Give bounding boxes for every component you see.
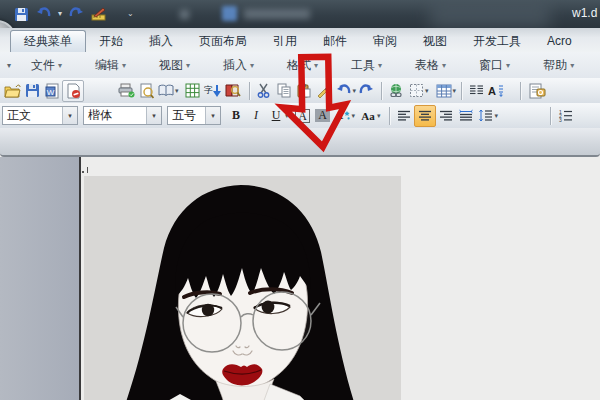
save-icon[interactable] [12,5,30,23]
portrait-picture[interactable] [84,176,401,400]
document-canvas-margin [0,157,79,400]
toolbar-separator [381,82,383,100]
chevron-down-icon: ▾ [442,61,446,70]
menu-file[interactable]: 文件▾ [31,57,62,74]
line-spacing-icon[interactable] [476,106,496,126]
print-preview-icon[interactable] [136,81,156,101]
change-case-dropdown-icon[interactable]: ▾ [377,112,381,120]
tab-developer[interactable]: 开发工具 [460,30,534,52]
chevron-down-icon[interactable]: ▾ [146,107,161,124]
tab-insert[interactable]: 插入 [136,30,186,52]
chevron-down-icon: ▾ [186,61,190,70]
style-combobox[interactable]: 正文 ▾ [2,106,78,125]
tab-view[interactable]: 视图 [410,30,460,52]
underline-dropdown-icon[interactable]: ▾ [285,112,289,120]
cut-icon[interactable] [254,81,274,101]
read-mode-icon[interactable] [156,81,176,101]
grid-setup-icon[interactable] [183,81,203,101]
copy-icon[interactable] [274,81,294,101]
print-icon[interactable] [116,81,136,101]
char-shading-button[interactable]: A [313,106,333,126]
document-search-icon[interactable] [527,81,547,101]
ribbon-bottom-strip [0,128,600,157]
menu-insert[interactable]: 插入▾ [223,57,254,74]
italic-button[interactable]: I [246,106,266,126]
redo-icon[interactable] [67,5,85,23]
draw-table-icon[interactable] [90,5,108,23]
distribute-icon[interactable] [456,106,476,126]
document-area [0,157,600,400]
chevron-down-icon: ▾ [58,61,62,70]
columns-icon[interactable] [466,81,486,101]
tab-home[interactable]: 开始 [86,30,136,52]
numbering-icon[interactable]: 123 [555,106,575,126]
undo-icon[interactable] [35,5,53,23]
tab-classic-menu[interactable]: 经典菜单 [10,30,86,52]
menu-tools[interactable]: 工具▾ [351,57,382,74]
tab-mailings[interactable]: 邮件 [310,30,360,52]
font-combobox[interactable]: 楷体 ▾ [83,106,162,125]
menu-view[interactable]: 视图▾ [159,57,190,74]
toolbar-separator [249,82,251,100]
chevron-down-icon: ▾ [378,61,382,70]
tab-acrobat[interactable]: Acro [534,30,585,52]
toolbar-separator [389,107,391,125]
text-effects-button[interactable]: A [333,106,353,126]
titlebar-blur-icon [222,6,237,21]
bold-button[interactable]: B [226,106,246,126]
toolbar-separator [461,82,463,100]
text-effects-dropdown-icon[interactable]: ▾ [352,112,356,120]
tab-page-layout[interactable]: 页面布局 [186,30,260,52]
titlebar-blur-text [244,9,310,19]
open-icon[interactable] [2,81,22,101]
menu-edit[interactable]: 编辑▾ [95,57,126,74]
hyperlink-icon[interactable] [386,81,406,101]
insert-table-dropdown-icon[interactable]: ▾ [453,87,457,95]
document-title: w1.d [572,6,597,20]
borders-icon[interactable] [406,81,426,101]
svg-text:A: A [488,85,496,97]
line-spacing-dropdown-icon[interactable]: ▾ [495,112,499,120]
format-painter-icon[interactable] [314,81,334,101]
chevron-down-icon: ▾ [122,61,126,70]
align-left-icon[interactable] [394,106,414,126]
customize-toolbar-icon[interactable]: ⌄ [127,10,134,18]
borders-dropdown-icon[interactable]: ▾ [425,87,429,95]
chevron-down-icon[interactable]: ▾ [62,107,77,124]
align-center-icon[interactable] [414,105,436,127]
permission-restrict-icon[interactable] [62,80,84,102]
standard-toolbar: W ▾ 字 [0,78,600,103]
toolbar-separator [550,107,552,125]
font-size-combobox[interactable]: 五号 ▾ [167,106,221,125]
word-application-window: ▾ ⌄ w1.d 经典菜单 开始 插入 页面布局 引用 邮件 审阅 视图 开发工… [0,0,600,400]
formatting-toolbar: 正文 ▾ 楷体 ▾ 五号 ▾ B I U ▾ A A A ▾ Aa ▾ [0,103,600,128]
insert-table-icon[interactable] [434,81,454,101]
chevron-down-icon: ▾ [314,61,318,70]
change-case-button[interactable]: Aa [358,106,378,126]
char-border-button[interactable]: A [293,106,313,126]
text-sort-icon[interactable]: A [486,81,506,101]
tab-references[interactable]: 引用 [260,30,310,52]
read-mode-dropdown-icon[interactable]: ▾ [175,87,179,95]
tab-review[interactable]: 审阅 [360,30,410,52]
chevron-down-icon[interactable]: ▾ [205,107,220,124]
underline-button[interactable]: U [266,106,286,126]
menu-help[interactable]: 帮助▾ [543,57,574,74]
research-icon[interactable] [223,81,243,101]
undo-icon[interactable] [334,81,354,101]
word-document-icon[interactable]: W [42,81,62,101]
menu-window[interactable]: 窗口▾ [479,57,510,74]
titlebar-glow [430,2,550,28]
menu-format[interactable]: 格式▾ [287,57,318,74]
redo-icon[interactable] [356,81,376,101]
quick-access-toolbar: ▾ ⌄ [12,3,134,25]
chevron-down-icon: ▾ [570,61,574,70]
save-icon[interactable] [22,81,42,101]
menu-overflow-icon[interactable]: ▾ [0,61,18,70]
titlebar-blur-decoration [180,10,189,19]
menu-table[interactable]: 表格▾ [415,57,446,74]
undo-dropdown-icon[interactable]: ▾ [58,10,62,18]
align-right-icon[interactable] [436,106,456,126]
paste-icon[interactable] [294,81,314,101]
char-tool-icon[interactable]: 字 [203,81,223,101]
